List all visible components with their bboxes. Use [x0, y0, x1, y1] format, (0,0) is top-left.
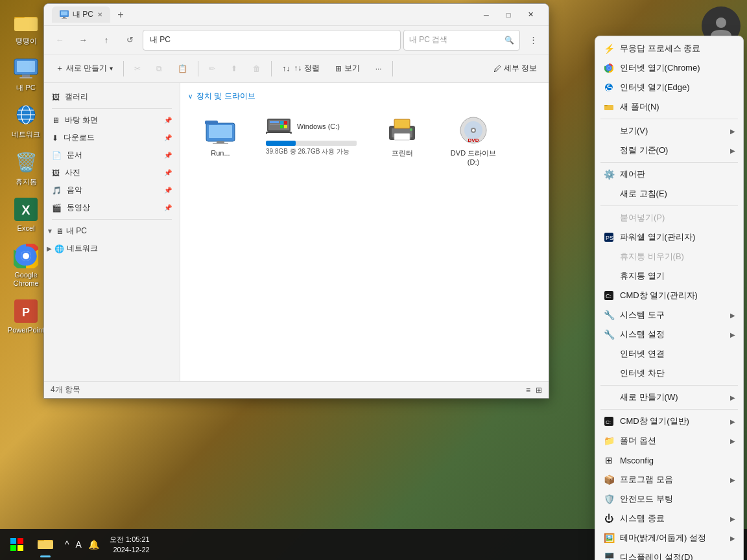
- list-item[interactable]: DVD DVD 드라이브 (D:): [441, 108, 506, 174]
- desktop-icon-network[interactable]: 네트워크: [3, 100, 49, 141]
- sidebar-mypc-tree[interactable]: ▼ 🖥 내 PC: [44, 222, 180, 240]
- view-btn[interactable]: ⊞ 보기: [329, 60, 366, 77]
- ctx-paste[interactable]: 붙여넣기(P): [595, 208, 743, 228]
- svg-rect-64: [10, 545, 16, 551]
- ctx-powershell[interactable]: PS 파워쉘 열기(관리자): [595, 228, 743, 247]
- desktop-icon-folder[interactable]: 땡땡이: [3, 6, 49, 48]
- ctx-display[interactable]: 🖥️ 디스플레이 설정(D): [595, 548, 743, 560]
- address-bar[interactable]: 내 PC: [143, 30, 401, 51]
- ctx-control-panel[interactable]: ⚙️ 제어판: [595, 165, 743, 184]
- title-bar: 내 PC ✕ + ─ □ ✕: [44, 4, 549, 26]
- back-btn[interactable]: ←: [49, 30, 70, 51]
- desktop-icon-excel[interactable]: X Excel: [3, 194, 49, 235]
- list-item[interactable]: Windows (C:) 39.8GB 중 26.7GB 사용 가능: [259, 108, 363, 174]
- sidebar-photos[interactable]: 🖼 사진 📌: [44, 164, 180, 181]
- list-view-icon[interactable]: ≡: [526, 386, 530, 395]
- sidebar: 🖼 갤러리 🖥 바탕 화면 📌 ⬇ 다운로드 📌 📄 문서 📌 🖼: [44, 83, 180, 381]
- svg-rect-63: [18, 538, 23, 544]
- desktop-icon-recycle[interactable]: 🗑️ 휴지통: [3, 147, 49, 189]
- photos-icon: 🖼: [52, 169, 60, 178]
- drive-c-info: 39.8GB 중 26.7GB 사용 가능: [266, 147, 350, 156]
- tray-bell[interactable]: 🔔: [86, 537, 102, 552]
- ctx-shutdown[interactable]: ⏻ 시스템 종료 ▶: [595, 509, 743, 528]
- ctx-theme[interactable]: 🖼️ 테마(밝게/어둡게) 설정 ▶: [595, 528, 743, 548]
- drive-c-progress-fill: [266, 141, 296, 146]
- more-options-btn[interactable]: ···: [369, 61, 388, 76]
- sidebar-music[interactable]: 🎵 음악 📌: [44, 181, 180, 199]
- control-panel-icon: ⚙️: [603, 169, 615, 180]
- svg-point-44: [410, 128, 412, 131]
- desktop-icon-mypc[interactable]: 내 PC: [3, 53, 49, 95]
- new-icon: ＋: [56, 63, 64, 74]
- taskbar-explorer-item[interactable]: [31, 530, 60, 559]
- close-btn[interactable]: ✕: [520, 7, 541, 23]
- ctx-msconfig[interactable]: ⊞ Msconfig: [595, 450, 743, 470]
- tab-mypc[interactable]: 내 PC ✕: [52, 6, 110, 23]
- ctx-system-settings[interactable]: 🔧 시스템 설정 ▶: [595, 325, 743, 344]
- drive-c-label: Windows (C:): [297, 122, 340, 130]
- ctx-cmd-normal[interactable]: C: CMD창 열기(일반) ▶: [595, 412, 743, 431]
- videos-label: 동영상: [67, 202, 90, 213]
- ctx-new-folder[interactable]: 새 폴더(N): [595, 97, 743, 117]
- ctx-new-create[interactable]: 새로 만들기(W) ▶: [595, 388, 743, 407]
- ctx-internet-edge[interactable]: 인터넷 열기(Edge): [595, 78, 743, 97]
- section-title: 장치 및 드라이브: [196, 91, 255, 102]
- ctx-system-tools[interactable]: 🔧 시스템 도구 ▶: [595, 305, 743, 325]
- desktop-icon-chrome[interactable]: Google Chrome: [3, 240, 49, 290]
- new-folder-menu-icon: [603, 101, 615, 113]
- ctx-recycle-open[interactable]: 휴지통 열기: [595, 266, 743, 286]
- ctx-view[interactable]: 보기(V) ▶: [595, 121, 743, 141]
- sort-btn[interactable]: ↑↓ ↑↓ 정렬: [276, 60, 326, 77]
- folder-options-icon: 📁: [603, 435, 615, 447]
- sep2: [198, 61, 198, 76]
- ctx-safe-boot[interactable]: 🛡️ 안전모드 부팅: [595, 489, 743, 509]
- nav-more-btn[interactable]: ⋮: [523, 30, 543, 51]
- ctx-task-end[interactable]: ⚡ 무응답 프로세스 종료: [595, 39, 743, 58]
- sidebar-downloads[interactable]: ⬇ 다운로드 📌: [44, 129, 180, 146]
- new-btn[interactable]: ＋ 새로 만들기 ▾: [49, 60, 119, 77]
- taskbar-clock[interactable]: 오전 1:05:21 2024-12-22: [104, 534, 155, 555]
- ctx-refresh[interactable]: 새로 고침(E): [595, 184, 743, 204]
- ctx-cmd-admin[interactable]: C: CMD창 열기(관리자): [595, 286, 743, 305]
- grid-view-icon[interactable]: ⊞: [536, 386, 542, 395]
- ctx-recycle-empty[interactable]: 휴지통 비우기(B): [595, 247, 743, 266]
- mypc-icon: [13, 56, 39, 82]
- search-bar[interactable]: 내 PC 검색 🔍: [403, 30, 520, 51]
- ctx-internet-connect[interactable]: 인터넷 연결: [595, 344, 743, 364]
- ctx-internet-block-label: 인터넷 차단: [620, 368, 735, 379]
- ctx-sep-1: [600, 119, 738, 119]
- tab-add-btn[interactable]: +: [113, 7, 128, 23]
- refresh-btn[interactable]: ↺: [119, 30, 140, 51]
- list-item[interactable]: Run...: [188, 108, 253, 174]
- desktop-icon-powerpoint[interactable]: P PowerPoint: [3, 296, 49, 337]
- cut-icon: ✂: [134, 64, 141, 73]
- start-button[interactable]: [5, 533, 29, 556]
- ctx-sort[interactable]: 정렬 기준(O) ▶: [595, 141, 743, 160]
- detail-btn[interactable]: 🖊 세부 정보: [487, 60, 543, 77]
- paste-btn[interactable]: 📋: [171, 61, 194, 76]
- tab-close-btn[interactable]: ✕: [97, 11, 102, 18]
- sidebar-videos[interactable]: 🎬 동영상 📌: [44, 199, 180, 216]
- ctx-internet-chrome[interactable]: 인터넷 열기(Chrome): [595, 58, 743, 78]
- tray-chevron[interactable]: ^: [62, 537, 72, 552]
- ctx-internet-block[interactable]: 인터넷 차단: [595, 364, 743, 383]
- forward-btn[interactable]: →: [73, 30, 93, 51]
- up-btn[interactable]: ↑: [96, 30, 117, 51]
- copy-btn[interactable]: ⧉: [150, 61, 169, 76]
- rename-btn[interactable]: ✏: [202, 61, 222, 76]
- sidebar-desktop[interactable]: 🖥 바탕 화면 📌: [44, 111, 180, 129]
- list-item[interactable]: 프린터: [370, 108, 434, 174]
- share-icon: ⬆: [231, 64, 237, 73]
- ctx-folder-options[interactable]: 📁 폴더 옵션 ▶: [595, 431, 743, 450]
- svg-rect-42: [394, 119, 410, 128]
- ctx-programs[interactable]: 📦 프로그램 모음 ▶: [595, 470, 743, 489]
- cut-btn[interactable]: ✂: [128, 61, 147, 76]
- sidebar-network-tree[interactable]: ▶ 🌐 네트워크: [44, 240, 180, 257]
- sidebar-gallery[interactable]: 🖼 갤러리: [44, 88, 180, 106]
- delete-btn[interactable]: 🗑: [246, 61, 267, 76]
- share-btn[interactable]: ⬆: [224, 61, 244, 76]
- minimize-btn[interactable]: ─: [476, 7, 497, 23]
- maximize-btn[interactable]: □: [498, 7, 519, 23]
- sidebar-documents[interactable]: 📄 문서 📌: [44, 146, 180, 164]
- tray-keyboard[interactable]: A: [73, 537, 84, 552]
